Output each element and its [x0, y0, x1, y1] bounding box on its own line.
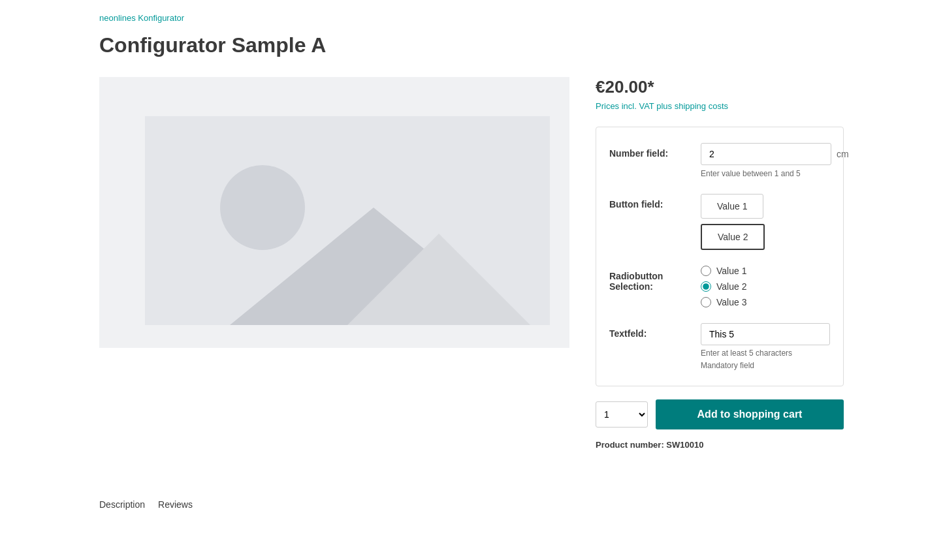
radio-input-1[interactable] — [701, 266, 711, 276]
page-title: Configurator Sample A — [99, 33, 844, 57]
radio-input-2[interactable] — [701, 281, 711, 292]
quantity-select[interactable]: 1 2 3 4 5 — [596, 401, 648, 428]
text-field-error1: Enter at least 5 characters — [701, 349, 830, 358]
radio-item-3[interactable]: Value 3 — [701, 297, 830, 307]
svg-point-2 — [220, 165, 305, 250]
bottom-nav-reviews[interactable]: Reviews — [158, 499, 193, 510]
text-field-error2: Mandatory field — [701, 361, 830, 370]
radio-item-1[interactable]: Value 1 — [701, 266, 830, 276]
number-field-row: Number field: cm Enter value between 1 a… — [609, 143, 830, 178]
radio-field-control: Value 1 Value 2 Value 3 — [701, 266, 830, 307]
add-to-cart-button[interactable]: Add to shopping cart — [656, 399, 844, 429]
product-number-value: SW10010 — [666, 440, 703, 450]
text-field-control: Enter at least 5 characters Mandatory fi… — [701, 323, 830, 370]
button-group: Value 1 Value 2 — [701, 194, 830, 250]
price-note[interactable]: Prices incl. VAT plus shipping costs — [596, 101, 844, 111]
text-field-label: Textfeld: — [609, 323, 701, 339]
product-number: Product number: SW10010 — [596, 440, 844, 450]
radio-item-2[interactable]: Value 2 — [701, 281, 830, 292]
product-image-area — [99, 77, 569, 348]
text-field-row: Textfeld: Enter at least 5 characters Ma… — [609, 323, 830, 370]
add-to-cart-row: 1 2 3 4 5 Add to shopping cart — [596, 399, 844, 429]
text-input[interactable] — [701, 323, 830, 345]
button-field-row: Button field: Value 1 Value 2 — [609, 194, 830, 250]
number-input[interactable] — [701, 143, 831, 165]
radio-input-3[interactable] — [701, 297, 711, 307]
button-value-2[interactable]: Value 2 — [701, 224, 765, 250]
radio-label-3: Value 3 — [716, 297, 746, 307]
radio-group: Value 1 Value 2 Value 3 — [701, 266, 830, 307]
button-field-label: Button field: — [609, 194, 701, 210]
breadcrumb[interactable]: neonlines Konfigurator — [99, 13, 844, 23]
product-image-placeholder — [99, 77, 569, 348]
radio-field-label: Radiobutton Selection: — [609, 266, 701, 292]
unit-label: cm — [837, 149, 849, 159]
button-field-control: Value 1 Value 2 — [701, 194, 830, 250]
configurator-box: Number field: cm Enter value between 1 a… — [596, 127, 844, 386]
number-field-hint: Enter value between 1 and 5 — [701, 169, 849, 178]
bottom-nav-description[interactable]: Description — [99, 499, 145, 510]
product-number-label: Product number: — [596, 440, 664, 450]
number-field-control: cm Enter value between 1 and 5 — [701, 143, 849, 178]
radio-field-row: Radiobutton Selection: Value 1 Value 2 — [609, 266, 830, 307]
button-value-1[interactable]: Value 1 — [701, 194, 763, 219]
bottom-nav: Description Reviews — [99, 489, 844, 510]
product-info: €20.00* Prices incl. VAT plus shipping c… — [596, 77, 844, 450]
radio-label-2: Value 2 — [716, 281, 746, 292]
price: €20.00* — [596, 77, 844, 97]
number-field-label: Number field: — [609, 143, 701, 159]
radio-label-1: Value 1 — [716, 266, 746, 276]
